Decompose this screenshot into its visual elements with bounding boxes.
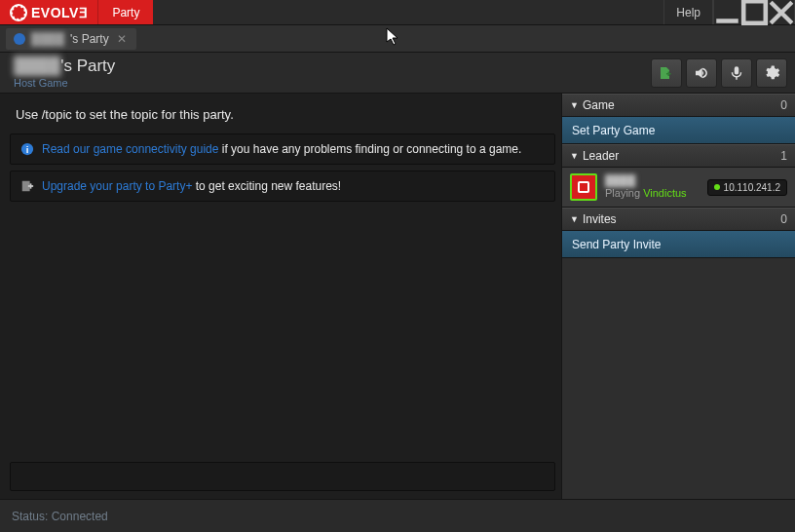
party-header: ████'s Party Host Game [0,53,795,94]
minimize-icon [714,0,740,25]
close-button[interactable] [768,0,795,24]
header-buttons [651,58,787,88]
ip-text: 10.110.241.2 [724,182,780,193]
brand-text: EVOLVƎ [31,5,88,20]
svg-text:i: i [26,144,29,155]
evolve-logo-icon [10,4,27,21]
party-tab-owner-redacted: ████ [31,32,64,46]
party-plus-icon [658,64,675,82]
online-dot-icon [714,184,720,190]
brand: EVOLVƎ [0,0,97,24]
info-icon: i [20,142,34,156]
ip-badge: 10.110.241.2 [707,179,787,196]
svg-rect-0 [716,19,738,23]
section-leader-header[interactable]: ▼ Leader 1 [562,144,795,168]
disclosure-icon: ▼ [570,100,579,110]
upgrade-party-text: to get exciting new features! [192,179,341,193]
send-party-invite-button[interactable]: Send Party Invite [562,231,795,258]
gear-icon [763,64,780,82]
section-game-header[interactable]: ▼ Game 0 [562,94,795,117]
member-game-name: Vindictus [643,187,686,199]
party-title: ████'s Party [14,57,115,76]
member-name-redacted: ████ [605,174,687,187]
leader-member-row[interactable]: ████ Playing Vindictus 10.110.241.2 [562,168,795,208]
side-empty [562,258,795,499]
connectivity-guide-text: if you have any problems finding or conn… [218,142,521,156]
section-leader-count: 1 [780,149,787,163]
status-text: Status: Connected [12,510,108,523]
topic-hint: Use /topic to set the topic for this par… [10,103,555,128]
close-icon [769,0,794,25]
chat-input[interactable] [10,462,555,491]
info-message-connectivity: i Read our game connectivity guide if yo… [10,133,555,165]
titlebar: EVOLVƎ Party Help [0,0,795,25]
disclosure-icon: ▼ [570,214,579,224]
maximize-icon [741,0,768,25]
section-invites-count: 0 [780,212,787,226]
svg-rect-1 [743,1,766,23]
section-game-label: Game [583,98,615,112]
svg-rect-6 [30,183,32,188]
section-invites-header[interactable]: ▼ Invites 0 [562,208,795,231]
settings-button[interactable] [756,58,787,88]
avatar [570,173,597,201]
mic-button[interactable] [721,58,752,88]
statusbar: Status: Connected [0,499,795,532]
speaker-button[interactable] [686,58,717,88]
chat-column: Use /topic to set the topic for this par… [0,94,561,499]
help-button[interactable]: Help [663,0,713,24]
titlebar-tab-party[interactable]: Party [97,0,153,24]
disclosure-icon: ▼ [570,151,579,161]
party-plus-button[interactable] [651,58,682,88]
party-title-suffix: 's Party [60,57,115,75]
section-game-count: 0 [780,98,787,112]
speaker-icon [693,64,710,82]
party-owner-redacted: ████ [14,57,60,75]
section-invites-label: Invites [583,212,617,226]
side-column: ▼ Game 0 Set Party Game ▼ Leader 1 ████ … [561,94,795,499]
mic-icon [728,64,745,82]
party-tabbar: ████ 's Party ✕ [0,25,795,53]
connectivity-guide-link[interactable]: Read our game connectivity guide [42,142,218,156]
info-message-upgrade: Upgrade your party to Party+ to get exci… [10,171,555,202]
set-party-game-button[interactable]: Set Party Game [562,117,795,144]
section-leader-label: Leader [583,149,619,163]
party-tab-close[interactable]: ✕ [115,32,129,46]
party-tab-suffix: 's Party [70,32,109,46]
party-plus-small-icon [20,179,34,193]
maximize-button[interactable] [740,0,768,24]
party-tab-status-icon [14,33,25,45]
minimize-button[interactable] [713,0,740,24]
party-tab[interactable]: ████ 's Party ✕ [6,28,136,50]
content-area: Use /topic to set the topic for this par… [0,94,795,499]
host-game-link[interactable]: Host Game [14,77,115,89]
upgrade-party-link[interactable]: Upgrade your party to Party+ [42,179,192,193]
member-status: Playing Vindictus [605,187,687,200]
